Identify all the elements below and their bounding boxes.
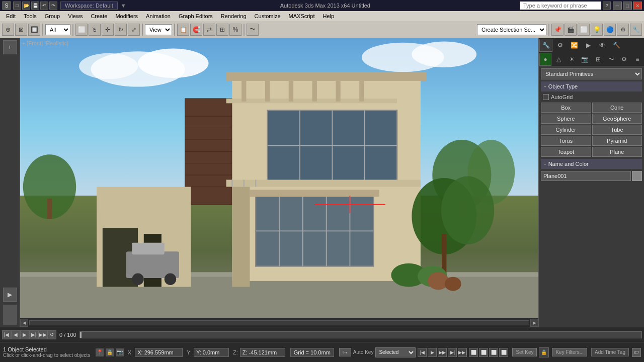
object-type-header[interactable]: - Object Type xyxy=(541,81,642,92)
workspace-label[interactable]: Workspace: Default xyxy=(60,2,118,10)
create-tab[interactable]: 🔧 xyxy=(539,39,552,52)
lock-icon[interactable]: 🔒 xyxy=(106,348,114,356)
cylinder-btn[interactable]: Cylinder xyxy=(541,125,591,135)
timeline-prev-btn[interactable]: ◀ xyxy=(11,330,20,339)
percent-icon[interactable]: % xyxy=(229,24,242,36)
select-icon[interactable]: ⊕ xyxy=(2,24,14,36)
viewport-view[interactable]: [Front] xyxy=(27,40,44,46)
material-icon[interactable]: 🔵 xyxy=(604,24,616,36)
display-tab[interactable]: 👁 xyxy=(596,39,609,52)
timeline-next-btn[interactable]: ▶| xyxy=(29,330,38,339)
undo-btn[interactable]: ↶ xyxy=(40,2,48,10)
menu-views[interactable]: Views xyxy=(64,13,87,20)
scroll-right-btn[interactable]: ▶ xyxy=(530,319,538,327)
viewport-shading[interactable]: [Realistic] xyxy=(44,40,68,46)
menu-edit[interactable]: Edit xyxy=(2,13,20,20)
x-coord[interactable] xyxy=(135,348,183,357)
box-btn[interactable]: Box xyxy=(541,103,591,113)
render-icon[interactable]: 🎬 xyxy=(565,24,577,36)
teapot-btn[interactable]: Teapot xyxy=(541,147,591,157)
minimize-btn[interactable]: ─ xyxy=(613,2,622,10)
select-tool-icon[interactable]: 🖱 xyxy=(89,24,101,36)
set-key-label[interactable]: Set Key xyxy=(512,348,537,356)
timeline-scrubber[interactable] xyxy=(79,331,642,338)
dropdown-arrow[interactable]: ▼ xyxy=(121,3,126,9)
modify-tab[interactable]: ⚙ xyxy=(553,39,567,52)
z-coord[interactable] xyxy=(240,348,285,357)
key-lock-btn[interactable]: 🔒 xyxy=(539,347,549,357)
shapes-btn[interactable]: △ xyxy=(552,53,565,66)
geosphere-btn[interactable]: GeoSphere xyxy=(592,114,642,124)
timeline-loop-btn[interactable]: ↺ xyxy=(47,330,56,339)
snap-icon[interactable]: 🧲 xyxy=(190,24,202,36)
key-icon[interactable]: 🗝 xyxy=(339,348,351,356)
object-name-input[interactable] xyxy=(541,171,631,181)
timeline-end-btn[interactable]: ▶▶ xyxy=(38,330,47,339)
scroll-left-btn[interactable]: ◀ xyxy=(20,319,28,327)
snap-status-icon[interactable]: 📍 xyxy=(96,348,104,356)
render2-icon[interactable]: ⬜ xyxy=(578,24,590,36)
view-dropdown[interactable]: View xyxy=(145,24,172,35)
key-filters-label[interactable]: Key Filters... xyxy=(552,348,587,356)
utilities-tab[interactable]: 🔨 xyxy=(610,39,623,52)
rotate-icon[interactable]: ↻ xyxy=(115,24,127,36)
extra-icon[interactable]: 🔧 xyxy=(630,24,642,36)
menu-group[interactable]: Group xyxy=(41,13,64,20)
close-btn[interactable]: ✕ xyxy=(633,2,642,10)
sphere-btn[interactable]: Sphere xyxy=(541,114,591,124)
name-color-header[interactable]: - Name and Color xyxy=(541,159,642,169)
cone-btn[interactable]: Cone xyxy=(592,103,642,113)
more-btn[interactable]: ≡ xyxy=(631,53,643,66)
named-sel-icon[interactable]: 📌 xyxy=(551,24,564,36)
timeline-start-btn[interactable]: |◀ xyxy=(2,330,11,339)
save-btn[interactable]: 💾 xyxy=(31,2,39,10)
menu-tools[interactable]: Tools xyxy=(20,13,41,20)
menu-customize[interactable]: Customize xyxy=(251,13,285,20)
move-icon[interactable]: ✛ xyxy=(102,24,114,36)
maximize-btn[interactable]: □ xyxy=(623,2,632,10)
key-next-btn[interactable]: ▶| xyxy=(448,348,457,357)
menu-animation[interactable]: Animation xyxy=(142,13,175,20)
menu-maxscript[interactable]: MAXScript xyxy=(285,13,319,20)
viewport-corner-btn[interactable]: + xyxy=(3,40,17,54)
play-icon[interactable]: ▶ xyxy=(3,288,17,302)
menu-create[interactable]: Create xyxy=(87,13,111,20)
y-coord[interactable] xyxy=(194,348,229,357)
menu-graph-editors[interactable]: Graph Editors xyxy=(175,13,217,20)
time-tag-icon[interactable]: 🏷 xyxy=(632,348,641,357)
camera-icon[interactable]: 📷 xyxy=(116,348,124,356)
tube-btn[interactable]: Tube xyxy=(592,125,642,135)
helpers-btn[interactable]: ⊞ xyxy=(592,53,604,66)
menu-help[interactable]: Help xyxy=(319,13,339,20)
key-play-btn[interactable]: ▶ xyxy=(428,348,437,357)
motion-tab[interactable]: ▶ xyxy=(582,39,595,52)
key-play-all-btn[interactable]: ▶▶ xyxy=(438,348,447,357)
search-input[interactable] xyxy=(520,2,601,10)
curve-icon[interactable]: 〜 xyxy=(247,24,259,36)
lights-btn[interactable]: ☀ xyxy=(566,53,578,66)
pyramid-btn[interactable]: Pyramid xyxy=(592,136,642,146)
help-btn[interactable]: ? xyxy=(603,2,611,10)
plane-btn[interactable]: Plane xyxy=(592,147,642,157)
systems-btn[interactable]: ⚙ xyxy=(618,53,630,66)
key-anim2[interactable]: ⬜ xyxy=(479,348,488,357)
autogrid-checkbox[interactable] xyxy=(543,94,549,100)
select-region-icon[interactable]: ⊠ xyxy=(15,24,27,36)
primitive-type-dropdown[interactable]: Standard Primitives xyxy=(541,68,642,79)
timeline-play-btn[interactable]: ▶ xyxy=(20,330,29,339)
rect-select-icon[interactable]: ⬜ xyxy=(75,24,88,36)
open-btn[interactable]: 📂 xyxy=(22,2,30,10)
main-viewport[interactable]: + [Front] [Realistic] xyxy=(20,38,538,318)
torus-btn[interactable]: Torus xyxy=(541,136,591,146)
light-icon[interactable]: 💡 xyxy=(591,24,603,36)
filter-dropdown[interactable]: All xyxy=(45,24,70,35)
select-by-name-icon[interactable]: 🔲 xyxy=(28,24,40,36)
menu-modifiers[interactable]: Modifiers xyxy=(111,13,142,20)
mirror-icon[interactable]: ⇄ xyxy=(203,24,215,36)
selection-set-dropdown[interactable]: Create Selection Se... xyxy=(477,24,546,35)
selected-dropdown[interactable]: Selected xyxy=(375,347,416,357)
timeline-scroll-bar[interactable] xyxy=(29,320,529,325)
key-anim3[interactable]: ⬜ xyxy=(489,348,498,357)
menu-rendering[interactable]: Rendering xyxy=(217,13,251,20)
key-end-btn[interactable]: ▶▶| xyxy=(458,348,467,357)
